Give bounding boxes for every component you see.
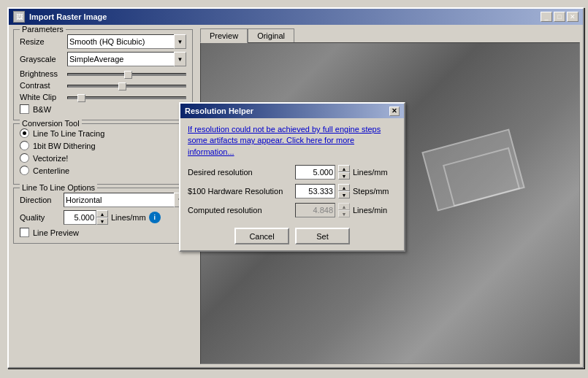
desired-decrement-button[interactable]: ▼ [338, 172, 350, 180]
grayscale-row: Grayscale SimpleAverage ▼ [20, 52, 186, 66]
resize-row: Resize Smooth (HQ Bicubic) ▼ [20, 34, 186, 49]
contrast-label: Contrast [20, 81, 67, 90]
radio-line-to-line[interactable]: Line To Line Tracing [20, 128, 186, 138]
minimize-button[interactable]: _ [541, 12, 552, 22]
computed-resolution-label: Computed resolution [188, 206, 295, 215]
computed-resolution-input-wrap: ▲ ▼ Lines/min [295, 203, 397, 217]
bw-row: B&W [20, 104, 186, 114]
computed-increment-button: ▲ [338, 203, 350, 210]
line-options-group: Line To Line Options Direction Horizonta… [13, 188, 193, 244]
resize-select[interactable]: Smooth (HQ Bicubic) [67, 34, 186, 49]
hardware-resolution-label: $100 Hardware Resolution [188, 187, 295, 196]
tab-original[interactable]: Original [248, 28, 294, 43]
dialog-close-button[interactable]: ✕ [389, 107, 400, 116]
set-button[interactable]: Set [295, 228, 350, 244]
dialog-buttons: Cancel Set [188, 223, 397, 244]
radio-line-to-line-circle[interactable] [20, 128, 29, 138]
title-buttons: _ □ ✕ [541, 12, 579, 22]
radio-centerline-label: Centerline [33, 166, 69, 175]
line-preview-checkbox[interactable] [20, 228, 29, 237]
computed-decrement-button: ▼ [338, 210, 350, 217]
quality-increment-button[interactable]: ▲ [96, 210, 108, 217]
bw-label: B&W [33, 105, 51, 114]
brightness-track[interactable] [67, 73, 186, 76]
close-button[interactable]: ✕ [567, 12, 579, 22]
quality-row: Quality ▲ ▼ Lines/mm i [20, 210, 186, 225]
desired-increment-button[interactable]: ▲ [338, 165, 350, 172]
dialog-info-link[interactable]: If resolution could not be achieved by f… [188, 124, 397, 158]
resolution-helper-dialog: Resolution Helper ✕ If resolution could … [179, 102, 405, 252]
quality-unit: Lines/mm [111, 213, 146, 222]
radio-vectorize[interactable]: Vectorize! [20, 153, 186, 163]
dialog-body: If resolution could not be achieved by f… [180, 118, 404, 250]
radio-line-to-line-dot [23, 131, 26, 135]
radio-centerline[interactable]: Centerline [20, 166, 186, 175]
hardware-increment-button[interactable]: ▲ [338, 184, 350, 191]
hardware-resolution-spinbox-buttons: ▲ ▼ [338, 184, 350, 198]
cancel-button[interactable]: Cancel [234, 228, 289, 244]
maximize-button[interactable]: □ [554, 12, 565, 22]
quality-spinbox-buttons: ▲ ▼ [96, 210, 108, 225]
radio-vectorize-circle[interactable] [20, 153, 29, 163]
computed-resolution-spinbox-buttons: ▲ ▼ [338, 203, 350, 217]
white-clip-track[interactable] [67, 96, 186, 99]
window-title: Import Raster Image [29, 12, 107, 21]
desired-resolution-row: Desired resolution ▲ ▼ Lines/mm [188, 165, 397, 180]
contrast-thumb[interactable] [118, 82, 126, 90]
quality-label: Quality [20, 213, 64, 222]
resize-select-wrapper: Smooth (HQ Bicubic) ▼ [67, 34, 186, 49]
desired-resolution-input[interactable] [295, 165, 335, 180]
line-preview-label: Line Preview [33, 228, 79, 237]
grayscale-select-wrapper: SimpleAverage ▼ [67, 52, 186, 66]
radio-centerline-circle[interactable] [20, 166, 29, 175]
bw-checkbox[interactable] [20, 104, 29, 114]
dialog-title-text: Resolution Helper [185, 107, 253, 115]
conversion-tool-label: Conversion Tool [20, 119, 82, 128]
white-clip-thumb[interactable] [77, 94, 85, 102]
tab-bar: Preview Original [200, 28, 580, 42]
computed-resolution-unit: Lines/min [353, 206, 397, 215]
window-icon: 🖼 [13, 11, 25, 23]
radio-bw-dithering-circle[interactable] [20, 141, 29, 150]
quality-spinbox: ▲ ▼ [64, 210, 108, 225]
brightness-thumb[interactable] [124, 71, 132, 79]
hardware-resolution-row: $100 Hardware Resolution ▲ ▼ Steps/mm [188, 184, 397, 198]
desired-resolution-input-wrap: ▲ ▼ Lines/mm [295, 165, 397, 180]
desired-resolution-spinbox-buttons: ▲ ▼ [338, 165, 350, 180]
line-options-label: Line To Line Options [20, 183, 97, 192]
conversion-tool-group: Conversion Tool Line To Line Tracing 1bi… [13, 123, 193, 185]
brightness-row: Brightness [20, 69, 186, 78]
info-button[interactable]: i [149, 212, 161, 223]
contrast-row: Contrast [20, 81, 186, 90]
direction-select[interactable]: Horizontal [64, 193, 186, 207]
direction-label: Direction [20, 196, 64, 204]
radio-vectorize-label: Vectorize! [33, 154, 68, 163]
white-clip-row: White Clip [20, 93, 186, 101]
dialog-title-bar: Resolution Helper ✕ [180, 104, 404, 118]
grayscale-label: Grayscale [20, 55, 67, 63]
tab-preview[interactable]: Preview [200, 28, 248, 43]
title-bar: 🖼 Import Raster Image _ □ ✕ [9, 9, 583, 25]
desired-resolution-label: Desired resolution [188, 168, 295, 177]
quality-input[interactable] [64, 210, 96, 225]
contrast-track[interactable] [67, 85, 186, 88]
resize-label: Resize [20, 37, 67, 46]
quality-decrement-button[interactable]: ▼ [96, 217, 108, 225]
line-preview-row: Line Preview [20, 228, 186, 237]
grayscale-select[interactable]: SimpleAverage [67, 52, 186, 66]
parameters-group: Parameters Resize Smooth (HQ Bicubic) ▼ … [13, 29, 193, 120]
radio-bw-dithering-label: 1bit BW Dithering [33, 142, 96, 150]
desired-resolution-unit: Lines/mm [353, 168, 397, 177]
direction-row: Direction Horizontal ▼ [20, 193, 186, 207]
radio-bw-dithering[interactable]: 1bit BW Dithering [20, 141, 186, 150]
direction-select-wrapper: Horizontal ▼ [64, 193, 186, 207]
hardware-resolution-unit: Steps/mm [353, 187, 397, 196]
computed-resolution-input [295, 203, 335, 217]
parameters-label: Parameters [20, 25, 66, 34]
hardware-decrement-button[interactable]: ▼ [338, 191, 350, 198]
computed-resolution-row: Computed resolution ▲ ▼ Lines/min [188, 203, 397, 217]
hardware-resolution-input[interactable] [295, 184, 335, 198]
hardware-resolution-input-wrap: ▲ ▼ Steps/mm [295, 184, 397, 198]
brightness-label: Brightness [20, 69, 67, 78]
left-panel: Parameters Resize Smooth (HQ Bicubic) ▼ … [9, 25, 197, 367]
